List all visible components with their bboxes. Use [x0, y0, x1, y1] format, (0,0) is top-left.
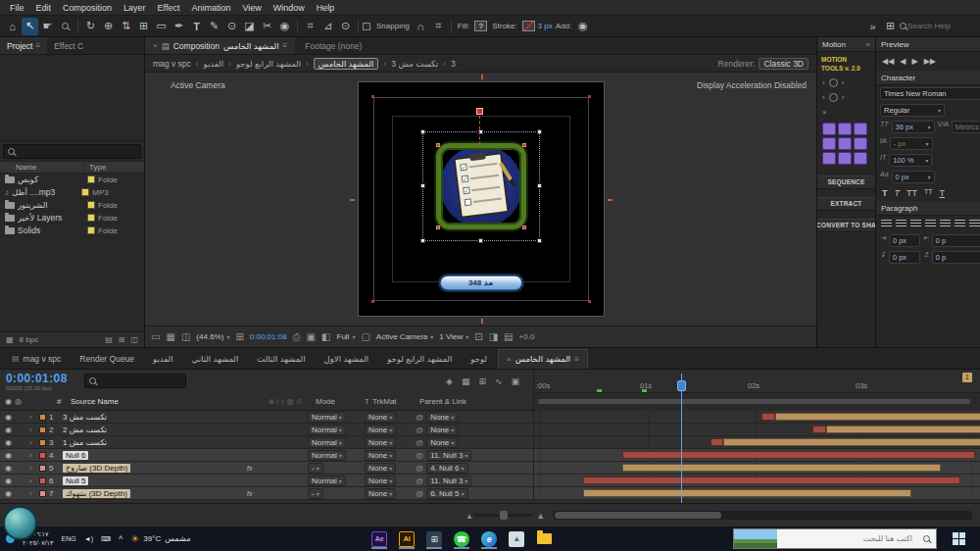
- snap-grid-icon[interactable]: ⌗: [430, 18, 447, 35]
- parent-select[interactable]: 4. Null 6▾: [426, 463, 467, 474]
- layer-color-chip[interactable]: [39, 452, 46, 459]
- menu-animation[interactable]: Animation: [185, 3, 236, 13]
- panel-title[interactable]: Preview: [881, 40, 908, 49]
- eye-icon[interactable]: ◉: [5, 426, 12, 434]
- vertical-scale-field[interactable]: 100 %▾: [889, 154, 932, 167]
- underline-icon[interactable]: T: [940, 188, 946, 198]
- channel-icon[interactable]: ◧: [321, 331, 330, 342]
- playhead-line[interactable]: [681, 374, 682, 503]
- layer-color-chip[interactable]: [39, 465, 46, 472]
- tray-chevron-icon[interactable]: ^: [119, 534, 122, 544]
- language-indicator[interactable]: ENG: [62, 535, 76, 542]
- expand-arrow-icon[interactable]: ›: [29, 413, 39, 422]
- parent-select[interactable]: 11. Null 3▾: [426, 476, 471, 486]
- eraser-tool-icon[interactable]: ◪: [241, 18, 258, 35]
- stroke-swatch[interactable]: [522, 21, 535, 31]
- play-icon[interactable]: ▶: [911, 57, 917, 66]
- layer-name[interactable]: تكست مش 1: [63, 438, 107, 447]
- project-search[interactable]: [3, 144, 141, 159]
- axis-world-icon[interactable]: ⊿: [319, 18, 336, 35]
- trkmat-select[interactable]: None▾: [365, 425, 396, 435]
- layer-track[interactable]: [533, 462, 980, 474]
- interpret-footage-icon[interactable]: ▦: [6, 335, 14, 344]
- table-row[interactable]: ◉ › 6 Null 5 Normal▾ None▾ @11. Null 3▾: [0, 475, 980, 487]
- pickwhip-icon[interactable]: @: [416, 426, 423, 434]
- home-icon[interactable]: ⌂: [4, 18, 21, 35]
- expand-arrow-icon[interactable]: ›: [29, 426, 39, 434]
- breadcrumb-item[interactable]: mag v spc: [153, 59, 191, 69]
- fill-swatch[interactable]: ?: [474, 21, 487, 31]
- parent-select[interactable]: 11. Null 3▾: [426, 450, 471, 461]
- indent-right-field[interactable]: 0 p: [932, 234, 980, 247]
- shape-tool-icon[interactable]: ▭: [153, 18, 170, 35]
- tab-video[interactable]: الفديو: [145, 351, 180, 367]
- circle-control-icon[interactable]: [829, 93, 838, 102]
- zoom-tool-icon[interactable]: [57, 18, 74, 35]
- convert-to-shape-button[interactable]: CONVERT TO SHA: [817, 219, 875, 232]
- column-type[interactable]: Type: [84, 163, 106, 172]
- trkmat-select[interactable]: None▾: [365, 437, 396, 448]
- exposure-value[interactable]: +0.0: [519, 332, 535, 341]
- circle-control-icon[interactable]: [829, 78, 838, 87]
- list-item[interactable]: لأخير Layers Folde: [0, 212, 144, 225]
- timecode-value[interactable]: 0:00:01:08: [6, 372, 84, 385]
- close-icon[interactable]: ×: [507, 355, 512, 364]
- shy-layers-icon[interactable]: ⊞: [478, 376, 486, 386]
- magnification-select[interactable]: (44.6%)▾: [196, 332, 229, 341]
- axis-view-icon[interactable]: ⊙: [337, 18, 354, 35]
- close-icon[interactable]: ×: [822, 108, 827, 117]
- horizontal-scrollbar[interactable]: [553, 511, 972, 520]
- tab-project[interactable]: Project ≡: [0, 37, 47, 54]
- trkmat-select[interactable]: None▾: [365, 476, 396, 486]
- axis-local-icon[interactable]: ⌗: [302, 18, 318, 35]
- clear-row[interactable]: ×: [817, 105, 875, 120]
- trkmat-select[interactable]: None▾: [365, 488, 396, 499]
- list-item[interactable]: كوبص Folde: [0, 174, 144, 186]
- space-before-field[interactable]: 0 px: [889, 251, 920, 264]
- pickwhip-icon[interactable]: @: [416, 476, 423, 485]
- search-highlight-image[interactable]: [734, 529, 777, 548]
- time-ruler[interactable]: :00s 01s 02s 03s 1: [533, 370, 980, 393]
- eye-icon[interactable]: ◉: [5, 438, 12, 447]
- menu-effect[interactable]: Effect: [152, 3, 186, 13]
- layer-name[interactable]: بنتهوك (3D Depth): [63, 489, 130, 498]
- table-row[interactable]: ◉ › 4 Null 6 Normal▾ None▾ @11. Null 3▾: [0, 449, 980, 462]
- parent-select[interactable]: None▾: [426, 437, 458, 448]
- menu-window[interactable]: Window: [268, 3, 311, 13]
- pickwhip-icon[interactable]: @: [416, 438, 423, 447]
- anchor-control-row[interactable]: ›‹: [817, 90, 875, 105]
- start-button[interactable]: [945, 526, 974, 551]
- pixel-aspect-icon[interactable]: ⊡: [474, 331, 482, 342]
- layer-track[interactable]: [533, 449, 980, 461]
- menu-help[interactable]: Help: [311, 3, 341, 13]
- expand-arrow-icon[interactable]: ›: [29, 489, 39, 498]
- snap-magnet-icon[interactable]: ∩: [413, 18, 429, 35]
- pan-camera-tool-icon[interactable]: ⊕: [100, 18, 117, 35]
- list-item[interactable]: Solids Folde: [0, 225, 144, 237]
- table-row[interactable]: ◉ › 1 تكست مش 3 Normal▾ None▾ @None▾: [0, 411, 980, 424]
- parent-select[interactable]: None▾: [426, 425, 458, 435]
- project-table-header[interactable]: Name Type: [0, 161, 144, 174]
- layer-name[interactable]: صاروخ (3D Depth): [63, 464, 130, 473]
- label-color-chip[interactable]: [87, 201, 95, 209]
- camera-select[interactable]: Active Camera▾: [376, 332, 433, 341]
- chevron-right-icon[interactable]: »: [866, 40, 870, 49]
- frame-blending-icon[interactable]: ∿: [495, 376, 503, 386]
- layer-track[interactable]: [533, 436, 980, 448]
- expand-arrow-icon[interactable]: ›: [29, 438, 39, 447]
- menu-edit[interactable]: Edit: [30, 3, 58, 13]
- label-color-chip[interactable]: [87, 226, 95, 234]
- view-layout-select[interactable]: 1 View▾: [439, 332, 468, 341]
- calculator-taskbar-icon[interactable]: ⊞: [423, 528, 445, 549]
- pen-tool-icon[interactable]: ✒: [171, 18, 187, 35]
- renderer-control[interactable]: Renderer: Classic 3D: [718, 58, 808, 70]
- mode-select[interactable]: -▾: [308, 463, 323, 474]
- preview-timecode[interactable]: 0:00:01:08: [250, 332, 287, 341]
- tab-logo[interactable]: لوجو: [463, 351, 495, 367]
- anchor-control-row[interactable]: ›‹: [817, 75, 875, 90]
- previous-frame-icon[interactable]: ◀: [900, 57, 906, 66]
- sequence-button[interactable]: SEQUENCE: [817, 175, 875, 189]
- orbit-camera-tool-icon[interactable]: ↻: [82, 18, 99, 35]
- align-center-icon[interactable]: [896, 220, 906, 228]
- small-caps-icon[interactable]: TT: [924, 188, 933, 198]
